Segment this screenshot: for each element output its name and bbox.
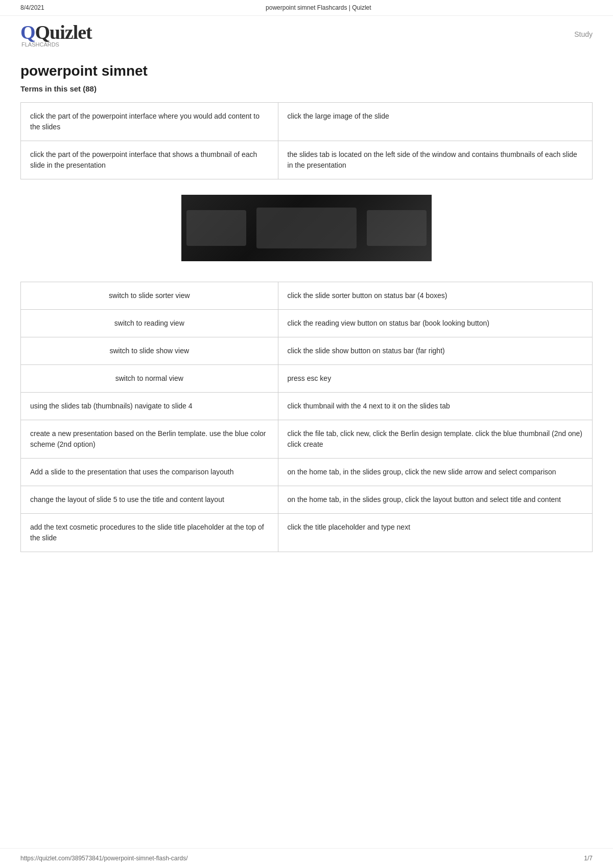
table-row: Add a slide to the presentation that use… (21, 459, 593, 486)
term-cell: using the slides tab (thumbnails) naviga… (21, 393, 278, 420)
term-cell: click the part of the powerpoint interfa… (21, 141, 278, 179)
definition-cell: the slides tab is located on the left si… (278, 141, 592, 179)
definition-cell: click the file tab, click new, click the… (278, 420, 592, 459)
slide-thumbnail-image (181, 195, 432, 261)
footer-url: https://quizlet.com/389573841/powerpoint… (20, 855, 188, 862)
quizlet-logo[interactable]: QQuizlet (20, 21, 92, 43)
table-row: click the part of the powerpoint interfa… (21, 141, 593, 179)
terms-heading: Terms in this set (88) (20, 84, 593, 93)
term-cell: switch to slide sorter view (21, 282, 278, 310)
table-row: using the slides tab (thumbnails) naviga… (21, 393, 593, 420)
term-cell: switch to normal view (21, 365, 278, 393)
table-row: switch to slide show view click the slid… (21, 337, 593, 365)
browser-date: 8/4/2021 (20, 4, 44, 11)
definition-cell: click the large image of the slide (278, 103, 592, 141)
term-cell: switch to slide show view (21, 337, 278, 365)
definition-cell: click the slide show button on status ba… (278, 337, 592, 365)
definition-cell: on the home tab, in the slides group, cl… (278, 486, 592, 514)
browser-page-title: powerpoint simnet Flashcards | Quizlet (266, 4, 371, 11)
image-area (20, 195, 593, 261)
definition-cell: click the reading view button on status … (278, 310, 592, 337)
banner-shape-left (186, 210, 246, 246)
logo-q: Q (20, 21, 35, 43)
term-cell: click the part of the powerpoint interfa… (21, 103, 278, 141)
banner-shape-right (367, 210, 427, 246)
logo-bar: QQuizlet FLASHCARDS Study (0, 16, 613, 48)
page-title: powerpoint simnet (20, 63, 593, 79)
table-row: click the part of the powerpoint interfa… (21, 103, 593, 141)
definition-cell: click the title placeholder and type nex… (278, 514, 592, 552)
footer-page-number: 1/7 (584, 855, 593, 862)
logo-area: QQuizlet FLASHCARDS (20, 21, 92, 48)
top-flashcard-table: click the part of the powerpoint interfa… (20, 102, 593, 179)
definition-cell: on the home tab, in the slides group, cl… (278, 459, 592, 486)
table-row: add the text cosmetic procedures to the … (21, 514, 593, 552)
table-row: switch to normal view press esc key (21, 365, 593, 393)
banner-shape-center (256, 208, 356, 248)
table-row: switch to reading view click the reading… (21, 310, 593, 337)
table-row: change the layout of slide 5 to use the … (21, 486, 593, 514)
definition-cell: click thumbnail with the 4 next to it on… (278, 393, 592, 420)
top-bar: 8/4/2021 powerpoint simnet Flashcards | … (0, 0, 613, 16)
term-cell: switch to reading view (21, 310, 278, 337)
footer: https://quizlet.com/389573841/powerpoint… (0, 848, 613, 868)
definition-cell: click the slide sorter button on status … (278, 282, 592, 310)
term-cell: change the layout of slide 5 to use the … (21, 486, 278, 514)
banner-inner (181, 195, 432, 261)
term-cell: Add a slide to the presentation that use… (21, 459, 278, 486)
term-cell: create a new presentation based on the B… (21, 420, 278, 459)
study-label[interactable]: Study (574, 30, 593, 38)
definition-cell: press esc key (278, 365, 592, 393)
logo-text: Quizlet (35, 21, 92, 43)
table-row: create a new presentation based on the B… (21, 420, 593, 459)
bottom-flashcard-table: switch to slide sorter view click the sl… (20, 282, 593, 552)
main-content: powerpoint simnet Terms in this set (88)… (0, 48, 613, 573)
table-row: switch to slide sorter view click the sl… (21, 282, 593, 310)
term-cell: add the text cosmetic procedures to the … (21, 514, 278, 552)
